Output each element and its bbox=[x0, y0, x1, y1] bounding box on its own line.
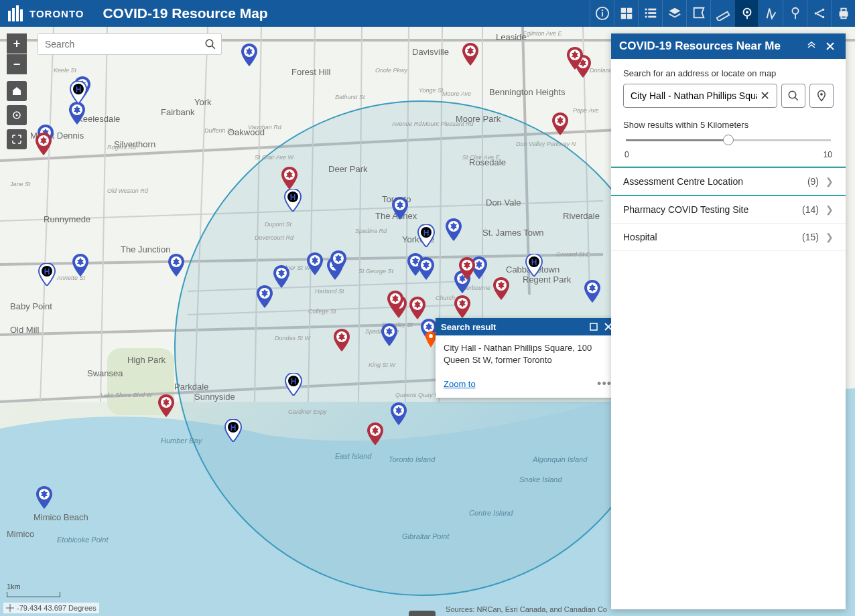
home-button[interactable] bbox=[7, 81, 27, 101]
locator-tool[interactable] bbox=[783, 0, 807, 27]
svg-point-19 bbox=[746, 11, 748, 13]
svg-rect-8 bbox=[627, 8, 631, 13]
pharmacy-marker[interactable] bbox=[68, 102, 86, 125]
pharmacy-marker[interactable] bbox=[417, 257, 435, 280]
result-category-item[interactable]: Hospital(15)❯ bbox=[611, 224, 846, 251]
logo-text: TORONTO bbox=[29, 8, 84, 19]
svg-point-101 bbox=[429, 334, 433, 338]
measure-tool[interactable] bbox=[710, 0, 734, 27]
svg-rect-22 bbox=[795, 14, 796, 19]
radius-slider[interactable] bbox=[626, 134, 831, 147]
pharmacy-marker[interactable] bbox=[72, 254, 89, 277]
assessment-marker[interactable] bbox=[281, 167, 298, 189]
pharmacy-marker[interactable] bbox=[168, 254, 185, 277]
crosshair-icon bbox=[6, 604, 14, 612]
assessment-marker[interactable] bbox=[333, 329, 350, 352]
pharmacy-marker[interactable] bbox=[256, 285, 273, 308]
hospital-marker[interactable]: H bbox=[38, 263, 56, 286]
pharmacy-marker[interactable] bbox=[584, 280, 601, 303]
toronto-logo[interactable]: TORONTO bbox=[0, 0, 90, 27]
pharmacy-marker[interactable] bbox=[306, 252, 324, 275]
share-icon bbox=[812, 6, 827, 21]
pharmacy-marker[interactable] bbox=[330, 250, 347, 273]
hospital-marker[interactable]: H bbox=[525, 254, 543, 277]
pharmacy-marker[interactable] bbox=[445, 218, 462, 241]
zoom-out-button[interactable]: − bbox=[7, 54, 27, 74]
use-my-location-button[interactable] bbox=[809, 84, 834, 108]
popup-body: City Hall - Nathan Phillips Square, 100 … bbox=[436, 335, 620, 373]
bookmark-tool[interactable] bbox=[686, 0, 710, 27]
fullscreen-icon bbox=[11, 134, 22, 145]
svg-rect-16 bbox=[648, 16, 656, 18]
slider-thumb[interactable] bbox=[723, 135, 734, 145]
assessment-marker[interactable] bbox=[462, 43, 479, 66]
fullscreen-button[interactable] bbox=[7, 129, 27, 149]
near-me-tool[interactable] bbox=[734, 0, 759, 27]
svg-rect-15 bbox=[645, 16, 647, 18]
svg-rect-2 bbox=[16, 5, 19, 21]
hospital-marker[interactable]: H bbox=[70, 81, 87, 104]
directions-tool[interactable] bbox=[759, 0, 783, 27]
gallery-tool[interactable] bbox=[614, 0, 638, 27]
attribution-handle[interactable] bbox=[409, 611, 436, 616]
search-button[interactable] bbox=[200, 34, 221, 54]
assessment-marker[interactable] bbox=[551, 112, 569, 135]
result-count: (15) bbox=[802, 232, 819, 242]
result-category-item[interactable]: Assessment Centre Location(9)❯ bbox=[611, 167, 846, 196]
svg-text:H: H bbox=[531, 258, 537, 267]
address-search-label: Search for an address or locate on map bbox=[623, 68, 834, 78]
popup-more-button[interactable]: ••• bbox=[597, 377, 612, 391]
legend-tool[interactable] bbox=[638, 0, 662, 27]
locate-button[interactable] bbox=[7, 105, 27, 125]
svg-rect-17 bbox=[716, 12, 729, 21]
address-input[interactable] bbox=[631, 90, 757, 101]
zoom-in-button[interactable]: + bbox=[7, 33, 27, 54]
slider-min: 0 bbox=[624, 150, 629, 159]
svg-point-25 bbox=[821, 16, 824, 19]
print-tool[interactable] bbox=[831, 0, 855, 27]
hospital-marker[interactable]: H bbox=[417, 224, 435, 247]
slider-max: 10 bbox=[824, 150, 832, 159]
pharmacy-marker[interactable] bbox=[241, 44, 258, 66]
assessment-marker[interactable] bbox=[387, 291, 404, 313]
pharmacy-marker[interactable] bbox=[391, 197, 409, 220]
svg-point-109 bbox=[820, 93, 823, 96]
pharmacy-marker[interactable] bbox=[273, 265, 290, 288]
pharmacy-marker[interactable] bbox=[390, 402, 407, 425]
pharmacy-marker[interactable] bbox=[381, 323, 398, 346]
assessment-marker[interactable] bbox=[35, 133, 52, 155]
popup-maximize-button[interactable] bbox=[588, 321, 600, 333]
pharmacy-marker[interactable] bbox=[36, 486, 53, 509]
svg-rect-5 bbox=[602, 12, 603, 16]
map-search-box bbox=[38, 33, 222, 55]
hospital-marker[interactable]: H bbox=[284, 189, 302, 212]
result-category-item[interactable]: Pharmacy COVID Testing Site(14)❯ bbox=[611, 196, 846, 224]
coordinates-display: -79.434 43.697 Degrees bbox=[3, 603, 99, 613]
radius-slider-label: Show results within 5 Kilometers bbox=[623, 120, 834, 130]
assessment-marker[interactable] bbox=[458, 257, 476, 280]
result-name: Assessment Centre Location bbox=[623, 176, 807, 187]
header-toolbar bbox=[590, 0, 855, 27]
result-name: Hospital bbox=[623, 232, 802, 242]
assessment-marker[interactable] bbox=[492, 277, 510, 300]
layers-tool[interactable] bbox=[662, 0, 686, 27]
assessment-marker[interactable] bbox=[409, 297, 426, 319]
info-tool[interactable] bbox=[590, 0, 614, 27]
hospital-marker[interactable]: H bbox=[285, 373, 302, 396]
svg-rect-13 bbox=[645, 12, 647, 14]
address-search-button[interactable] bbox=[781, 84, 805, 108]
clear-address-button[interactable]: ✕ bbox=[757, 88, 773, 103]
hospital-marker[interactable]: H bbox=[224, 419, 242, 442]
assessment-marker[interactable] bbox=[367, 422, 384, 445]
assessment-marker[interactable] bbox=[454, 295, 471, 318]
assessment-marker[interactable] bbox=[157, 394, 175, 417]
panel-close-button[interactable] bbox=[823, 39, 838, 54]
search-input[interactable] bbox=[38, 34, 200, 54]
location-pin-icon bbox=[815, 90, 828, 102]
share-tool[interactable] bbox=[807, 0, 831, 27]
chevron-right-icon: ❯ bbox=[826, 204, 834, 215]
panel-collapse-button[interactable] bbox=[804, 39, 819, 54]
svg-rect-14 bbox=[648, 12, 656, 14]
assessment-marker[interactable] bbox=[566, 47, 584, 70]
popup-zoom-link[interactable]: Zoom to bbox=[444, 379, 476, 389]
